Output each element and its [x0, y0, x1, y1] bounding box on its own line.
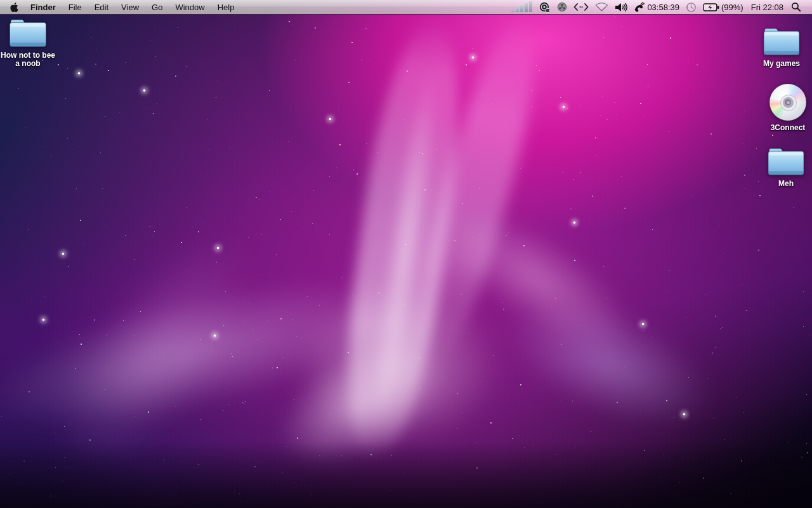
menu-bar-status: 03:58:39 (99%) Fri 22:08	[508, 0, 812, 14]
menu-finder[interactable]: Finder	[24, 0, 62, 14]
icon-label: 3Connect	[771, 124, 806, 132]
menu-bar-menus: Finder File Edit View Go Window Help	[0, 0, 240, 14]
time-machine-icon[interactable]	[683, 0, 700, 14]
icon-label: How not to bee a noob	[1, 51, 55, 68]
data-transfer-icon[interactable]	[570, 0, 592, 14]
call-timer[interactable]: 03:58:39	[631, 0, 683, 14]
spotlight-icon[interactable]	[788, 0, 804, 14]
vignette	[0, 0, 812, 508]
cd-disc-icon	[769, 84, 806, 121]
wallpaper-aurora	[0, 0, 812, 508]
folder-icon	[7, 17, 49, 48]
aurora-ray	[330, 14, 476, 466]
desktop-screen: Finder File Edit View Go Window Help	[0, 0, 812, 508]
battery-indicator[interactable]: (99%)	[700, 0, 747, 14]
menu-window[interactable]: Window	[169, 0, 211, 14]
desktop-icon-meh[interactable]: Meh	[751, 145, 812, 188]
menu-edit[interactable]: Edit	[88, 0, 115, 14]
aurora-ray	[421, 183, 653, 376]
menu-bar-clock[interactable]: Fri 22:08	[747, 0, 788, 14]
call-phone-icon	[634, 2, 645, 12]
desktop-icon-how-not-to-bee-a-noob[interactable]: How not to bee a noob	[0, 17, 63, 68]
apple-logo-icon	[10, 3, 18, 12]
aurora-bloom	[293, 287, 502, 446]
apple-menu[interactable]	[4, 0, 24, 14]
aurora-ray	[400, 7, 554, 373]
volume-icon[interactable]	[612, 0, 631, 14]
call-timer-text: 03:58:39	[645, 3, 679, 12]
desktop-icon-my-games[interactable]: My games	[747, 25, 812, 68]
cellular-signal-icon[interactable]	[508, 2, 536, 12]
menu-go[interactable]: Go	[145, 0, 169, 14]
menu-file[interactable]: File	[62, 0, 88, 14]
aurora-ray	[488, 276, 726, 451]
icon-label: Meh	[778, 180, 794, 188]
icon-label: My games	[763, 60, 800, 68]
menu-bar: Finder File Edit View Go Window Help	[0, 0, 812, 15]
film-reel-icon[interactable]	[554, 0, 570, 14]
battery-percent-text: (99%)	[719, 3, 743, 12]
folder-icon	[766, 145, 806, 177]
folder-icon	[761, 25, 802, 57]
aurora-ray	[362, 69, 449, 433]
modem-app-icon[interactable]	[536, 0, 554, 14]
aurora-ray	[0, 250, 419, 455]
aurora-ray	[256, 313, 466, 493]
desktop-icon-3connect[interactable]: 3Connect	[753, 84, 812, 132]
aurora-ray	[24, 208, 287, 497]
star-field	[0, 0, 812, 508]
menu-help[interactable]: Help	[211, 0, 241, 14]
battery-icon	[703, 3, 719, 11]
wifi-off-icon[interactable]	[592, 0, 612, 14]
menu-view[interactable]: View	[115, 0, 145, 14]
